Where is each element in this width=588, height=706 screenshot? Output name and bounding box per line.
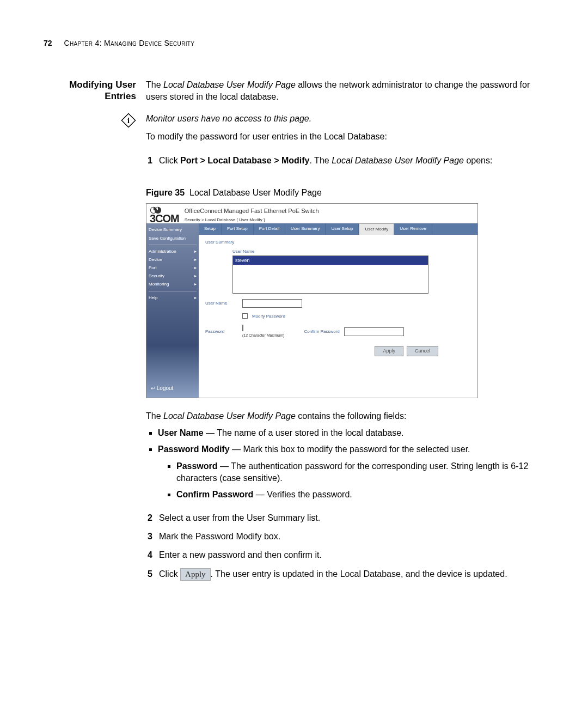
screenshot: ◔◕ 3COM OfficeConnect Managed Fast Ether… — [146, 203, 478, 398]
user-name-field[interactable] — [242, 299, 302, 308]
text: contains the following fields: — [296, 411, 407, 421]
cancel-button[interactable]: Cancel — [407, 346, 438, 356]
step-number: 5 — [143, 568, 152, 581]
figure-caption: Figure 35 Local Database User Modify Pag… — [146, 187, 542, 199]
text: opens: — [464, 156, 492, 165]
text: . The user entry is updated in the — [211, 569, 340, 579]
chevron-right-icon: ▸ — [194, 257, 197, 263]
brand-logo: 3COM — [150, 212, 179, 224]
password-label: Password — [205, 328, 238, 334]
page-number: 72 — [44, 38, 52, 49]
field-desc: — Verifies the password. — [253, 490, 352, 499]
note-text: Monitor users have no access to this pag… — [146, 113, 542, 125]
step-number: 1 — [143, 155, 152, 167]
page-name: Local Database User Modify Page — [332, 156, 464, 165]
step-number: 3 — [143, 531, 152, 543]
user-name-column: User Name — [232, 248, 471, 254]
figure-label: Figure 35 — [146, 188, 185, 197]
svg-text:i: i — [127, 117, 130, 125]
apply-button-inline: Apply — [180, 568, 211, 581]
page-name: Local Database User Modify Page — [163, 411, 296, 421]
sidebar-item-help[interactable]: Help▸ — [149, 295, 197, 301]
password-field[interactable] — [242, 325, 243, 331]
user-name-label: User Name — [205, 300, 238, 306]
text: Click — [159, 156, 180, 165]
lead-in: To modify the password for user entries … — [146, 131, 542, 143]
chevron-right-icon: ▸ — [194, 248, 197, 254]
modify-password-checkbox[interactable] — [242, 313, 248, 319]
info-icon: i — [121, 113, 136, 128]
field-desc: — The authentication password for the co… — [176, 461, 528, 483]
sidebar-item-device-summary[interactable]: Device Summary — [149, 227, 197, 233]
step-body: Select a user from the User Summary list… — [159, 512, 542, 524]
tab-user-setup[interactable]: User Setup — [326, 223, 359, 234]
sidebar-item-security[interactable]: Security▸ — [149, 273, 197, 279]
figure-title: Local Database User Modify Page — [189, 188, 322, 197]
step-body: Enter a new password and then confirm it… — [159, 549, 542, 561]
tab-bar: Setup Port Setup Port Detail User Summar… — [199, 223, 477, 234]
tab-user-remove[interactable]: User Remove — [394, 223, 432, 234]
step-body: Click Apply. The user entry is updated i… — [159, 568, 542, 581]
product-title: OfficeConnect Managed Fast Ethernet PoE … — [185, 207, 319, 215]
password-hint: (12 Character Maximum) — [242, 333, 284, 337]
user-summary-label: User Summary — [205, 239, 471, 245]
field-desc: — The name of a user stored in the local… — [204, 428, 404, 437]
list-item: User Name — The name of a user stored in… — [158, 427, 542, 439]
tab-port-detail[interactable]: Port Detail — [254, 223, 285, 234]
field-label: Confirm Password — [176, 490, 253, 499]
list-item: Confirm Password — Verifies the password… — [176, 489, 542, 501]
menu-path: Port > Local Database > Modify — [180, 156, 309, 165]
text: Click — [159, 569, 180, 579]
field-desc: — Mark this box to modify the password f… — [230, 445, 470, 454]
sidebar-item-administration[interactable]: Administration▸ — [149, 248, 197, 254]
page-name: Local Database User Modify Page — [163, 80, 296, 89]
text: The — [146, 80, 163, 89]
logout-link[interactable]: ↩ Logout — [151, 385, 173, 392]
modify-password-label: Modify Password — [252, 313, 285, 319]
text: , and the device is updated. — [401, 569, 507, 579]
sidebar-item-monitoring[interactable]: Monitoring▸ — [149, 281, 197, 287]
sidebar-item-port[interactable]: Port▸ — [149, 265, 197, 271]
list-item: Password — The authentication password f… — [176, 460, 542, 485]
tab-user-summary[interactable]: User Summary — [285, 223, 326, 234]
apply-button[interactable]: Apply — [375, 346, 403, 356]
user-list[interactable]: steven — [232, 255, 428, 294]
step-body: Mark the Password Modify box. — [159, 531, 542, 543]
step-number: 2 — [143, 512, 152, 524]
section-heading: Modifying User Entries — [44, 79, 136, 102]
intro-paragraph: The Local Database User Modify Page allo… — [146, 79, 542, 104]
chevron-right-icon: ▸ — [194, 273, 197, 279]
tab-user-modify[interactable]: User Modify — [359, 223, 394, 234]
text: The — [146, 411, 163, 421]
list-item[interactable]: steven — [233, 256, 428, 265]
field-label: Password — [176, 461, 218, 471]
text: Local Database — [340, 569, 401, 579]
field-label: Password Modify — [158, 445, 230, 454]
sidebar: Device Summary Save Configuration Admini… — [146, 223, 199, 398]
chevron-right-icon: ▸ — [194, 295, 197, 301]
tab-setup[interactable]: Setup — [199, 223, 222, 234]
chapter-title: Chapter 4: Managing Device Security — [64, 38, 195, 49]
confirm-password-label: Confirm Password — [304, 328, 339, 334]
text: . The — [310, 156, 332, 165]
field-list: User Name — The name of a user stored in… — [146, 427, 542, 501]
step-number: 4 — [143, 549, 152, 561]
list-item: Password Modify — Mark this box to modif… — [158, 443, 542, 501]
confirm-password-field[interactable] — [344, 327, 404, 336]
tab-port-setup[interactable]: Port Setup — [222, 223, 254, 234]
page-header: 72 Chapter 4: Managing Device Security — [44, 38, 542, 49]
field-label: User Name — [158, 428, 204, 437]
step-body: Click Port > Local Database > Modify. Th… — [159, 155, 542, 167]
chevron-right-icon: ▸ — [194, 265, 197, 271]
fields-intro: The Local Database User Modify Page cont… — [146, 410, 542, 422]
sidebar-item-device[interactable]: Device▸ — [149, 257, 197, 263]
breadcrumb: Security > Local Database [ User Modify … — [185, 217, 319, 223]
chevron-right-icon: ▸ — [194, 281, 197, 287]
sidebar-item-save-configuration[interactable]: Save Configuration — [149, 235, 197, 241]
